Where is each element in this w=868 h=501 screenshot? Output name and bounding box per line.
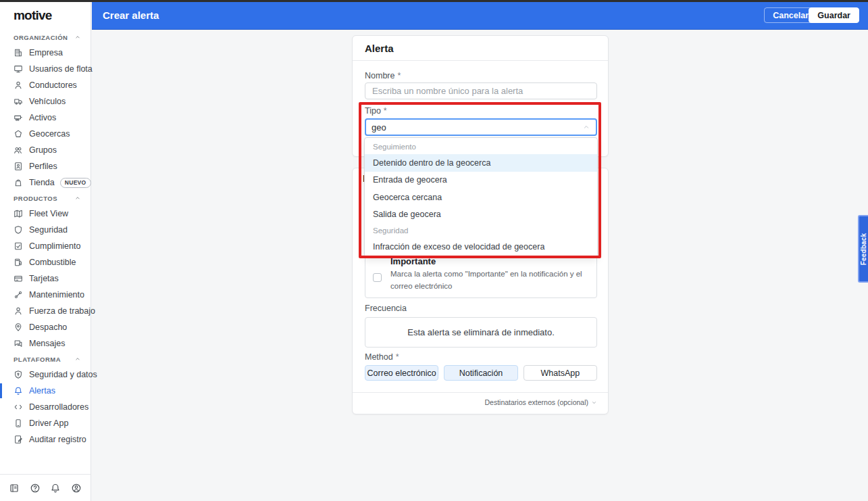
sidebar-item-label: Desarrolladores: [29, 402, 88, 412]
sidebar-item-perfiles[interactable]: Perfiles: [0, 158, 91, 174]
whats-new-icon[interactable]: [9, 483, 20, 494]
sidebar-item-seguridad-y-datos[interactable]: Seguridad y datos: [0, 366, 91, 383]
frequency-box: Esta alerta se eliminará de inmediato.: [365, 317, 597, 348]
dropdown-option-salida-de-geocera[interactable]: Salida de geocera: [365, 206, 597, 224]
sidebar-item-geocercas[interactable]: Geocercas: [0, 126, 91, 142]
sidebar-item-vehiculos[interactable]: Vehículos: [0, 93, 91, 110]
sidebar-item-label: Combustible: [29, 258, 76, 267]
required-mark: *: [397, 71, 401, 80]
dropdown-option-geocerca-cercana[interactable]: Geocerca cercana: [365, 189, 597, 206]
method-notificacion[interactable]: Notificación: [444, 365, 517, 381]
sidebar-item-driver-app[interactable]: Driver App: [0, 415, 91, 431]
frequency-text: Esta alerta se eliminará de inmediato.: [407, 327, 555, 337]
trailer-icon: [14, 113, 23, 122]
type-input[interactable]: [372, 122, 582, 133]
sidebar-item-label: Fuerza de trabajo: [29, 306, 95, 316]
sidebar-item-combustible[interactable]: Combustible: [0, 254, 91, 270]
chevron-up-icon: [74, 356, 81, 362]
sidebar-item-mensajes[interactable]: Mensajes: [0, 335, 91, 352]
sidebar-item-label: Driver App: [29, 419, 68, 428]
sidebar-section-label: PRODUCTOS: [14, 195, 57, 202]
feedback-tab[interactable]: Feedback: [858, 215, 868, 283]
data-shield-icon: [14, 370, 23, 379]
sidebar-section-label: ORGANIZACIÓN: [14, 34, 68, 41]
sidebar-item-label: Conductores: [29, 80, 77, 90]
sidebar-item-label: Auditar registro: [29, 435, 86, 444]
sidebar-item-cumplimiento[interactable]: Cumplimiento: [0, 238, 91, 254]
notifications-icon[interactable]: [50, 483, 61, 494]
dropdown-option-infraccion-de-exceso-de-velocidad-de-geocera[interactable]: Infracción de exceso de velocidad de geo…: [365, 238, 597, 256]
sidebar-item-activos[interactable]: Activos: [0, 110, 91, 126]
sidebar-item-despacho[interactable]: Despacho: [0, 319, 91, 335]
fuel-icon: [14, 258, 23, 267]
sidebar-section-label: PLATAFORMA: [14, 356, 61, 363]
new-badge: NUEVO: [60, 178, 91, 188]
method-options: Correo electrónicoNotificaciónWhatsApp: [365, 365, 597, 381]
sidebar-section-productos[interactable]: PRODUCTOS: [0, 191, 91, 206]
required-mark: *: [384, 106, 387, 116]
sidebar-item-label: Grupos: [29, 145, 57, 155]
alert-name-input[interactable]: [365, 82, 597, 99]
page-title: Crear alerta: [103, 0, 159, 30]
dropdown-option-detenido-dentro-de-la-geocerca[interactable]: Detenido dentro de la geocerca: [365, 154, 597, 172]
sidebar-item-label: Alertas: [29, 386, 55, 396]
important-title: Importante: [390, 256, 436, 266]
sidebar-item-fleet-view[interactable]: Fleet View: [0, 206, 91, 222]
chevron-up-icon: [74, 195, 81, 201]
frequency-label: Frecuencia: [365, 304, 407, 313]
sidebar-item-mantenimiento[interactable]: Mantenimiento: [0, 287, 91, 303]
sidebar-item-label: Seguridad y datos: [29, 370, 97, 379]
feedback-label: Feedback: [860, 233, 867, 265]
sidebar-item-fuerza-de-trabajo[interactable]: Fuerza de trabajo: [0, 303, 91, 319]
page-header: Crear alerta Cancelar Guardar: [92, 0, 868, 30]
sidebar-item-usuarios-de-flota[interactable]: Usuarios de flota: [0, 61, 91, 77]
sidebar-item-auditar-registro[interactable]: Auditar registro: [0, 431, 91, 448]
account-icon[interactable]: [71, 483, 82, 494]
sidebar-item-label: Geocercas: [29, 129, 70, 139]
save-button[interactable]: Guardar: [809, 7, 859, 23]
messages-icon: [14, 339, 23, 348]
person-icon: [14, 80, 23, 90]
important-checkbox[interactable]: [373, 273, 382, 282]
profile-card-icon: [14, 162, 23, 171]
shield-icon: [14, 225, 23, 235]
sidebar-section-organizacion[interactable]: ORGANIZACIÓN: [0, 30, 91, 45]
sidebar-item-label: Tarjetas: [29, 274, 59, 283]
external-recipients-toggle[interactable]: Destinatarios externos (opcional): [485, 398, 598, 406]
sidebar-item-label: Empresa: [29, 48, 63, 57]
card-icon: [14, 274, 23, 283]
divider: [353, 392, 608, 393]
sidebar-item-seguridad[interactable]: Seguridad: [0, 222, 91, 238]
sidebar-item-tienda[interactable]: TiendaNUEVO: [0, 174, 91, 191]
sidebar-item-conductores[interactable]: Conductores: [0, 77, 91, 93]
chevron-up-icon[interactable]: [582, 123, 590, 131]
help-icon[interactable]: [30, 483, 41, 494]
sidebar-item-alertas[interactable]: Alertas: [0, 383, 91, 399]
dropdown-option-entrada-de-geocera[interactable]: Entrada de geocera: [365, 172, 597, 189]
sidebar-item-label: Despacho: [29, 323, 67, 332]
method-label-text: Method: [365, 352, 393, 362]
type-combobox[interactable]: [365, 118, 597, 136]
sidebar-item-tarjetas[interactable]: Tarjetas: [0, 270, 91, 287]
pin-icon: [14, 323, 23, 332]
method-whatsapp[interactable]: WhatsApp: [524, 365, 597, 381]
sidebar-item-empresa[interactable]: Empresa: [0, 45, 91, 61]
method-correo-electronico[interactable]: Correo electrónico: [365, 365, 438, 381]
workforce-icon: [14, 306, 23, 316]
sidebar-item-label: Activos: [29, 113, 56, 122]
method-label: Method*: [365, 352, 399, 362]
sidebar-item-label: Seguridad: [29, 225, 68, 235]
name-label: Nombre*: [365, 71, 401, 80]
compliance-icon: [14, 241, 23, 251]
sidebar-item-label: Usuarios de flota: [29, 64, 93, 74]
sidebar-item-label: Perfiles: [29, 162, 57, 171]
important-description: Marca la alerta como "Importante" en la …: [390, 268, 590, 293]
sidebar-item-desarrolladores[interactable]: Desarrolladores: [0, 399, 91, 415]
external-recipients-label: Destinatarios externos (opcional): [485, 398, 589, 406]
sidebar-section-plataforma[interactable]: PLATAFORMA: [0, 352, 91, 366]
sidebar-item-label: Vehículos: [29, 97, 66, 106]
motive-logo[interactable]: motive: [14, 8, 51, 23]
name-label-text: Nombre: [365, 71, 394, 80]
store-icon: [14, 178, 23, 187]
sidebar-item-grupos[interactable]: Grupos: [0, 142, 91, 158]
